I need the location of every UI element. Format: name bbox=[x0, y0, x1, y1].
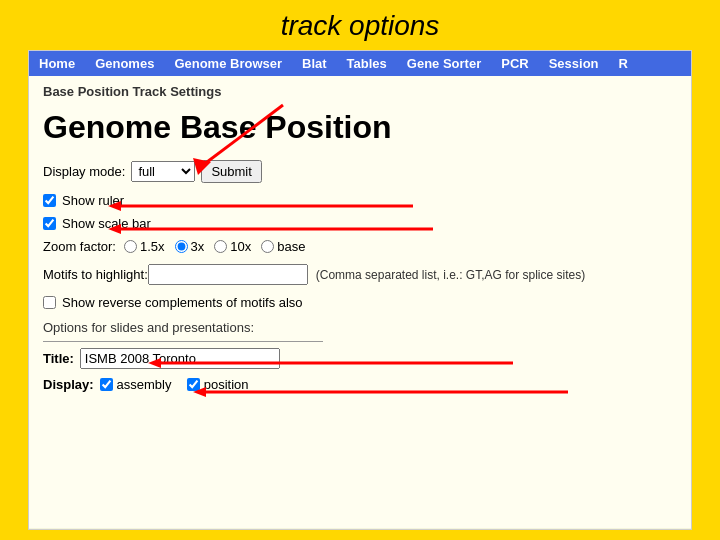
content-area: Base Position Track Settings Genome Base… bbox=[29, 76, 691, 528]
separator-line bbox=[43, 341, 323, 342]
title-label: Title: bbox=[43, 351, 74, 366]
motifs-row: Motifs to highlight: (Comma separated li… bbox=[43, 264, 677, 285]
reverse-complement-checkbox[interactable] bbox=[43, 296, 56, 309]
zoom-radio-3x[interactable] bbox=[175, 240, 188, 253]
zoom-factor-row: Zoom factor: 1.5x 3x 10x base bbox=[43, 239, 677, 254]
show-ruler-row: Show ruler bbox=[43, 193, 677, 208]
browser-window: Home Genomes Genome Browser Blat Tables … bbox=[28, 50, 692, 530]
reverse-complement-label: Show reverse complements of motifs also bbox=[62, 295, 303, 310]
nav-item-blat[interactable]: Blat bbox=[292, 51, 337, 76]
zoom-3x: 3x bbox=[175, 239, 205, 254]
arrow-title bbox=[143, 352, 513, 374]
display-row: Display: assembly position bbox=[43, 377, 677, 392]
assembly-label: assembly bbox=[117, 377, 172, 392]
nav-item-pcr[interactable]: PCR bbox=[491, 51, 538, 76]
section-header: Base Position Track Settings bbox=[43, 84, 677, 99]
motifs-hint: (Comma separated list, i.e.: GT,AG for s… bbox=[316, 268, 585, 282]
reverse-complement-row: Show reverse complements of motifs also bbox=[43, 295, 677, 310]
arrow-display bbox=[188, 381, 568, 403]
nav-item-r[interactable]: R bbox=[609, 51, 638, 76]
svg-marker-9 bbox=[193, 387, 206, 397]
svg-marker-7 bbox=[148, 358, 161, 368]
arrow-display-mode bbox=[143, 100, 303, 180]
nav-item-session[interactable]: Session bbox=[539, 51, 609, 76]
zoom-radio-base[interactable] bbox=[261, 240, 274, 253]
motifs-input[interactable] bbox=[148, 264, 308, 285]
nav-item-genome-browser[interactable]: Genome Browser bbox=[164, 51, 292, 76]
show-scale-bar-row: Show scale bar bbox=[43, 216, 677, 231]
zoom-radio-1-5x[interactable] bbox=[124, 240, 137, 253]
display-label: Display: bbox=[43, 377, 94, 392]
title-row: Title: bbox=[43, 348, 677, 369]
nav-item-tables[interactable]: Tables bbox=[337, 51, 397, 76]
motifs-label: Motifs to highlight: bbox=[43, 267, 148, 282]
nav-item-genomes[interactable]: Genomes bbox=[85, 51, 164, 76]
page-title: track options bbox=[0, 0, 720, 50]
zoom-factor-label: Zoom factor: bbox=[43, 239, 116, 254]
show-scale-bar-checkbox[interactable] bbox=[43, 217, 56, 230]
arrow-show-scale-bar bbox=[103, 218, 433, 240]
zoom-radio-10x[interactable] bbox=[214, 240, 227, 253]
nav-bar: Home Genomes Genome Browser Blat Tables … bbox=[29, 51, 691, 76]
nav-item-home[interactable]: Home bbox=[29, 51, 85, 76]
svg-line-0 bbox=[203, 105, 283, 165]
zoom-1-5x: 1.5x bbox=[124, 239, 165, 254]
nav-item-gene-sorter[interactable]: Gene Sorter bbox=[397, 51, 491, 76]
display-mode-row: Display mode: full dense pack squish hid… bbox=[43, 160, 677, 183]
arrow-show-ruler bbox=[103, 195, 413, 217]
zoom-base: base bbox=[261, 239, 305, 254]
assembly-checkbox[interactable] bbox=[100, 378, 113, 391]
svg-marker-5 bbox=[108, 224, 121, 234]
slides-options-label: Options for slides and presentations: bbox=[43, 320, 677, 335]
genome-title: Genome Base Position bbox=[43, 109, 677, 146]
svg-marker-3 bbox=[108, 201, 121, 211]
zoom-10x: 10x bbox=[214, 239, 251, 254]
display-mode-label: Display mode: bbox=[43, 164, 125, 179]
show-ruler-checkbox[interactable] bbox=[43, 194, 56, 207]
